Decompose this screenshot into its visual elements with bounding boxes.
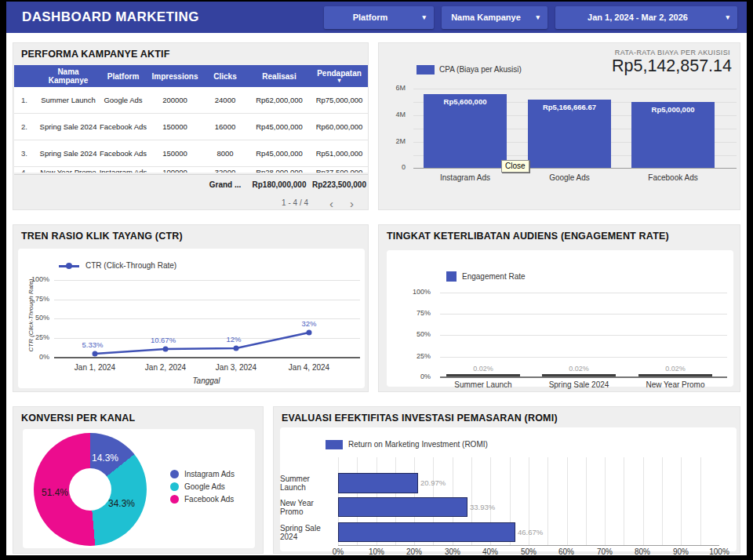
cpa-chart-card: RATA-RATA BIAYA PER AKUISISI Rp5,142,857…	[378, 42, 740, 210]
table-row[interactable]: 3. Spring Sale 2024 Facebook Ads 150000 …	[14, 140, 368, 167]
cell-clicks: 32000	[202, 167, 248, 173]
romi-x-tick: 0%	[322, 547, 354, 556]
cpa-y-tick: 4M	[385, 111, 406, 118]
pagination-range: 1 - 4 / 4	[282, 198, 308, 207]
grand-total-row: Grand ... Rp180,000,000 Rp223,500,000	[14, 174, 368, 195]
chevron-down-icon: ▾	[536, 6, 540, 29]
gridline	[440, 293, 727, 293]
romi-x-tick: 10%	[361, 547, 392, 556]
romi-chart-panel: Return on Marketing Investment (ROMI) Su…	[280, 427, 737, 551]
filter-campaign-button[interactable]: Nama Kampanye ▾	[442, 6, 547, 29]
romi-x-tick: 20%	[398, 547, 430, 556]
romi-x-tick: 90%	[665, 547, 697, 556]
table-row-clipped[interactable]: 4. New Year Promo Instagram Ads 100000 3…	[14, 167, 368, 173]
legend-dot-instagram-icon	[170, 470, 179, 478]
column-header-index	[14, 65, 38, 87]
romi-x-tick: 30%	[437, 547, 468, 556]
eng-bar-spring-sale[interactable]	[542, 374, 616, 376]
cell-impressions: 200000	[147, 87, 202, 113]
close-tooltip-button[interactable]: Close	[501, 160, 529, 173]
cpa-baseline	[413, 168, 737, 169]
romi-bar-value: 46.67%	[518, 528, 543, 536]
cell-platform: Facebook Ads	[99, 140, 147, 166]
ctr-card-title: TREN RASIO KLIK TAYANG (CTR)	[21, 231, 183, 242]
table-card-title: PERFORMA KAMPANYE AKTIF	[21, 49, 170, 60]
romi-legend-swatch	[326, 440, 343, 449]
column-header-platform[interactable]: Platform	[99, 65, 147, 87]
table-pagination: 1 - 4 / 4 ‹ ›	[263, 197, 357, 211]
eng-bar-summer-launch[interactable]	[446, 374, 520, 376]
eng-y-tick: 75%	[407, 309, 431, 317]
cell-index: 3.	[14, 140, 38, 166]
donut-hole	[69, 468, 111, 511]
romi-x-tick: 100%	[704, 547, 735, 556]
cell-realisasi: Rp45,000,000	[248, 140, 311, 166]
romi-x-tick: 50%	[513, 547, 544, 556]
romi-bar-value: 20.97%	[420, 478, 446, 487]
cell-campaign: Spring Sale 2024	[38, 114, 99, 140]
legend-label-google: Google Ads	[184, 482, 225, 491]
prev-page-button[interactable]: ‹	[329, 197, 333, 210]
eng-x-tick: New Year Promo	[628, 380, 722, 389]
engagement-chart-card: TINGKAT KETERLIBATAN AUDIENS (ENGAGEMENT…	[378, 224, 740, 392]
eng-y-tick: 25%	[407, 352, 431, 360]
cpa-y-tick: 6M	[385, 84, 406, 92]
cell-impressions: 150000	[147, 114, 202, 140]
column-header-nama-kampanye[interactable]: Nama Kampanye	[38, 65, 99, 87]
legend-label-facebook: Facebook Ads	[184, 495, 234, 504]
ctr-x-tick: Jan 2, 2024	[126, 363, 205, 372]
filter-daterange-button[interactable]: Jan 1, 2024 - Mar 2, 2026 ▾	[555, 6, 737, 29]
table-row[interactable]: 2. Spring Sale 2024 Facebook Ads 150000 …	[14, 114, 368, 140]
eng-x-tick: Summer Launch	[436, 380, 530, 389]
engagement-card-title: TINGKAT KETERLIBATAN AUDIENS (ENGAGEMENT…	[387, 231, 669, 242]
cell-impressions: 150000	[147, 140, 202, 166]
page-title: DASHBOARD MARKETING	[22, 2, 199, 33]
romi-bar-new-year[interactable]	[338, 497, 467, 517]
column-header-realisasi[interactable]: Realisasi	[248, 65, 311, 87]
donut-slice-label-instagram: 14.3%	[92, 453, 118, 464]
next-page-button[interactable]: ›	[350, 197, 354, 210]
cpa-y-tick: 0	[385, 163, 406, 171]
cell-platform: Instagram Ads	[99, 167, 147, 173]
cpa-x-tick: Facebook Ads	[626, 173, 720, 182]
cell-pendapatan: Rp60,000,000	[311, 114, 368, 140]
cpa-x-tick: Google Ads	[522, 173, 617, 182]
eng-bar-new-year[interactable]	[638, 374, 712, 376]
cpa-bar-value: Rp5,166,666.67	[528, 103, 611, 111]
cell-campaign: Summer Launch	[38, 87, 99, 113]
ctr-chart-panel: CTR (Click-Through Rate) CTR (Click-Thro…	[18, 249, 365, 388]
filter-daterange-label: Jan 1, 2024 - Mar 2, 2026	[555, 6, 720, 29]
cpa-bar-value: Rp5,000,000	[631, 105, 715, 114]
cell-platform: Facebook Ads	[99, 114, 147, 140]
engagement-legend-label: Engagement Rate	[462, 272, 526, 281]
ctr-x-axis-label: Tanggal	[159, 376, 253, 385]
filter-platform-label: Platform	[324, 6, 417, 29]
eng-y-tick: 100%	[407, 288, 431, 296]
legend-label-instagram: Instagram Ads	[184, 470, 235, 478]
ctr-point-label: 32%	[301, 319, 316, 328]
grand-total-label: Grand ...	[202, 175, 248, 195]
romi-category-label: New Year Promo	[280, 497, 335, 517]
engagement-legend-swatch	[446, 271, 457, 282]
table-header-row: Nama Kampanye Platform Impressions Click…	[14, 65, 368, 87]
legend-dot-facebook-icon	[170, 495, 179, 504]
romi-bar-summer-launch[interactable]	[338, 473, 418, 493]
filter-platform-button[interactable]: Platform ▾	[324, 6, 434, 29]
grand-total-realisasi: Rp180,000,000	[248, 175, 311, 195]
eng-x-tick: Spring Sale 2024	[532, 380, 626, 389]
column-header-pendapatan[interactable]: Pendapatan ▾	[311, 65, 368, 87]
romi-bar-spring-sale[interactable]	[338, 522, 515, 542]
column-header-impressions[interactable]: Impressions	[147, 65, 202, 87]
column-header-clicks[interactable]: Clicks	[202, 65, 248, 87]
ctr-x-tick: Jan 3, 2024	[197, 363, 275, 372]
cpa-bar-value: Rp5,600,000	[424, 97, 507, 106]
romi-x-tick: 40%	[475, 547, 506, 556]
cell-pendapatan: Rp51,000,000	[311, 140, 368, 166]
ctr-point-label: 5.33%	[82, 340, 104, 349]
engagement-chart-panel: Engagement Rate 100% 75% 50% 25% 0% 0.02…	[387, 250, 733, 387]
table-row[interactable]: 1. Summer Launch Google Ads 200000 24000…	[14, 87, 368, 114]
romi-x-tick: 80%	[627, 547, 658, 556]
eng-baseline	[440, 376, 727, 378]
gridline	[440, 314, 727, 315]
cell-pendapatan: Rp37,500,000	[311, 167, 368, 173]
